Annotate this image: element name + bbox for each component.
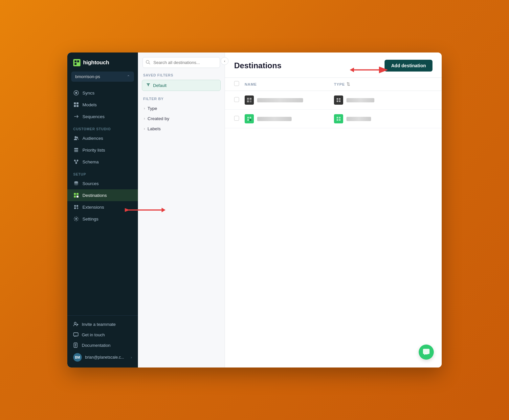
sort-icon[interactable]: ⇅ — [346, 82, 350, 87]
row-type — [334, 114, 432, 123]
chevron-down-icon: ⌃ — [127, 74, 130, 79]
sidebar-item-sequences[interactable]: Sequences — [67, 111, 138, 122]
filter-by-label: FILTER BY — [138, 94, 225, 103]
svg-rect-25 — [77, 196, 78, 198]
svg-rect-2 — [75, 63, 77, 65]
invite-teammate-item[interactable]: Invite a teammate — [67, 319, 138, 329]
avatar: BM — [73, 353, 82, 362]
invite-icon — [73, 322, 78, 327]
extensions-icon — [73, 204, 79, 210]
row-name — [245, 114, 334, 123]
dest-type-icon — [334, 114, 343, 123]
sidebar-item-extensions[interactable]: Extensions — [67, 201, 138, 213]
sidebar-item-syncs[interactable]: Syncs — [67, 87, 138, 99]
filter-icon — [146, 83, 150, 88]
models-icon — [73, 102, 79, 108]
svg-rect-22 — [74, 193, 76, 195]
main-content: Destinations Add destination NAME TYPE ⇅ — [225, 52, 442, 368]
svg-rect-45 — [339, 98, 341, 100]
sidebar-item-schema-label: Schema — [82, 159, 99, 164]
filter-labels-option[interactable]: › Labels — [138, 124, 225, 134]
svg-rect-43 — [250, 100, 252, 102]
svg-rect-52 — [337, 117, 338, 118]
dest-type-text — [346, 117, 371, 121]
workspace-selector[interactable]: bmorrison-ps ⌃ — [71, 72, 134, 82]
sidebar-item-settings[interactable]: Settings — [67, 213, 138, 225]
get-in-touch-item[interactable]: Get in touch — [67, 329, 138, 340]
sidebar-item-audiences[interactable]: Audiences — [67, 132, 138, 144]
svg-point-5 — [75, 92, 77, 94]
user-email: brian@planetscale.c... — [85, 355, 127, 360]
filter-created-by-label: Created by — [147, 116, 169, 121]
schema-icon — [73, 159, 79, 165]
table-row[interactable] — [225, 91, 442, 110]
svg-rect-14 — [74, 150, 78, 151]
svg-rect-27 — [74, 207, 76, 209]
filter-created-by-option[interactable]: › Created by — [138, 114, 225, 124]
add-destination-button[interactable]: Add destination — [385, 60, 432, 72]
svg-rect-31 — [74, 333, 78, 336]
sidebar-item-priority-lists-label: Priority lists — [82, 148, 105, 153]
table-row[interactable] — [225, 110, 442, 128]
chat-support-button[interactable] — [419, 345, 434, 360]
svg-rect-48 — [247, 117, 249, 118]
user-profile-row[interactable]: BM brian@planetscale.c... › — [67, 350, 138, 364]
search-input[interactable] — [143, 57, 220, 68]
sidebar-item-destinations[interactable]: Destinations — [67, 189, 138, 201]
svg-rect-24 — [74, 196, 76, 198]
svg-line-19 — [75, 161, 76, 162]
sidebar-item-extensions-label: Extensions — [82, 205, 104, 210]
filter-type-option[interactable]: › Type — [138, 103, 225, 114]
svg-point-18 — [76, 162, 77, 164]
logo: hightouch — [67, 52, 138, 72]
row-checkbox[interactable] — [234, 97, 245, 103]
svg-rect-8 — [74, 105, 76, 107]
logo-text: hightouch — [83, 59, 109, 66]
svg-rect-7 — [77, 102, 78, 104]
svg-rect-53 — [339, 117, 341, 118]
invite-teammate-label: Invite a teammate — [82, 322, 116, 327]
nav-section: Syncs Models — [67, 87, 138, 315]
sidebar-item-schema[interactable]: Schema — [67, 156, 138, 168]
setup-label: SETUP — [67, 168, 138, 178]
documentation-label: Documentation — [82, 343, 110, 348]
svg-point-11 — [75, 136, 77, 138]
svg-rect-51 — [250, 119, 251, 121]
logo-icon — [73, 59, 80, 66]
settings-icon — [73, 216, 79, 222]
svg-rect-55 — [339, 119, 341, 121]
sidebar-item-audiences-label: Audiences — [82, 136, 103, 141]
svg-rect-0 — [75, 60, 77, 62]
col-type-header: TYPE ⇅ — [334, 82, 432, 87]
select-all-checkbox[interactable] — [234, 81, 245, 87]
default-filter-item[interactable]: Default — [142, 80, 221, 91]
svg-point-29 — [76, 218, 77, 220]
svg-rect-54 — [337, 119, 338, 121]
app-window: hightouch bmorrison-ps ⌃ Syncs — [67, 52, 442, 368]
svg-point-17 — [77, 160, 78, 161]
svg-rect-1 — [77, 60, 79, 62]
row-checkbox[interactable] — [234, 116, 245, 122]
filter-labels-label: Labels — [147, 126, 161, 131]
get-in-touch-label: Get in touch — [82, 332, 105, 337]
audiences-icon — [73, 135, 79, 141]
svg-rect-6 — [74, 102, 76, 104]
dest-type-icon — [334, 95, 343, 105]
main-header: Destinations Add destination — [225, 52, 442, 78]
sidebar-item-priority-lists[interactable]: Priority lists — [67, 144, 138, 156]
documentation-item[interactable]: Documentation — [67, 340, 138, 350]
svg-point-30 — [74, 322, 76, 324]
sidebar-item-sequences-label: Sequences — [82, 114, 105, 119]
user-chevron-icon: › — [131, 355, 132, 359]
sidebar-item-syncs-label: Syncs — [82, 91, 95, 95]
sidebar-item-destinations-label: Destinations — [82, 193, 107, 198]
chevron-right-icon: › — [144, 127, 145, 131]
filter-type-label: Type — [147, 106, 157, 111]
svg-rect-40 — [247, 98, 249, 100]
svg-line-37 — [149, 63, 150, 64]
sidebar-item-models[interactable]: Models — [67, 99, 138, 111]
sidebar-item-sources[interactable]: Sources — [67, 178, 138, 189]
collapse-panel-button[interactable]: ‹ — [221, 57, 229, 65]
dest-name-text — [257, 117, 292, 121]
svg-rect-49 — [250, 117, 251, 118]
